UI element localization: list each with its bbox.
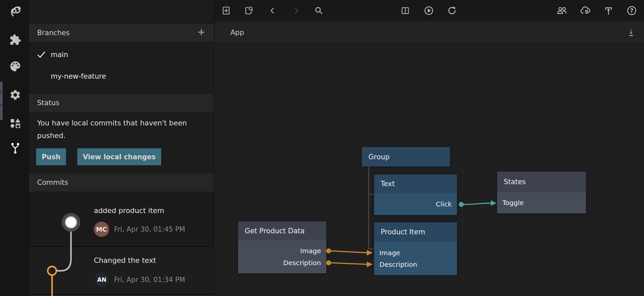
commit-message: added product item [94,206,164,215]
input-port-toggle[interactable]: Toggle [497,199,586,207]
view-local-changes-button[interactable]: View local changes [77,148,161,165]
node-text[interactable]: Text Click [374,175,457,215]
hierarchy-line [369,167,373,249]
commits-title: Commits [37,179,68,186]
node-states[interactable]: States Toggle [497,172,586,213]
wire-image [326,249,373,256]
wire-description [326,260,373,267]
commit-message: Changed the text [94,256,156,264]
styles-palette-icon[interactable] [8,59,23,74]
background-window-edge: t o [0,82,3,120]
node-product-item[interactable]: Product Item Image Description [374,222,457,275]
add-branch-button[interactable] [197,28,206,38]
component-breadcrumb-bar: App [215,22,644,43]
wire-click-toggle [459,200,497,207]
branch-row-main[interactable]: main [29,46,214,64]
version-control-icon[interactable] [8,140,23,155]
input-port-description[interactable]: Description [374,259,457,270]
commit-date: Fri, Apr 30, 01:34 PM [114,276,185,284]
commits-section-header: Commits [29,173,214,192]
commit-date: Fri, Apr 30, 01:45 PM [114,225,185,233]
marketplace-icon[interactable] [8,116,23,130]
node-title: States [497,172,586,192]
commit-row[interactable] [29,191,214,246]
preview-play-icon[interactable] [423,5,435,17]
noodl-logo[interactable] [8,4,23,19]
check-placeholder [37,72,47,81]
node-group[interactable]: Group [362,147,450,167]
nav-back-icon[interactable] [267,5,279,17]
nav-forward-icon[interactable] [290,5,302,17]
help-icon[interactable]: ? [626,5,638,17]
node-canvas-column: ? App Group Text Click [215,0,644,296]
status-message: You have local commits that haven't been… [37,117,200,142]
avatar: AN [95,273,109,287]
canvas-toolbar: ? [215,0,644,22]
split-view-icon[interactable] [399,5,411,17]
download-icon[interactable] [625,27,637,38]
deploy-icon[interactable] [603,5,614,17]
add-node-icon[interactable] [220,5,232,17]
breadcrumb-app[interactable]: App [230,22,244,43]
cloud-services-icon[interactable] [579,5,591,17]
plus-icon [197,28,206,37]
node-title: Get Product Data [238,221,326,240]
output-port-click[interactable]: Click [374,200,457,208]
branches-title: Branches [37,29,70,37]
search-icon[interactable] [313,5,325,17]
activity-sidebar [0,0,29,296]
status-section-header: Status [29,93,214,112]
collaborators-icon[interactable] [556,5,568,17]
branches-section-header: Branches [29,23,214,42]
input-port-image[interactable]: Image [374,247,457,259]
status-title: Status [37,99,59,107]
commit-row-partial[interactable] [29,294,214,296]
svg-text:?: ? [630,7,633,14]
node-title: Group [362,147,450,167]
node-title: Product Item [374,222,457,242]
branch-name: my-new-feature [51,72,106,80]
output-port-description[interactable]: Description [238,257,326,269]
branch-name: main [51,51,68,59]
check-icon [37,50,47,59]
noodl-editor-window: t o Branches main my-new-feat [0,0,644,296]
version-control-panel: Branches main my-new-feature Status [29,0,215,296]
commit-row[interactable] [29,246,214,294]
node-get-product-data[interactable]: Get Product Data Image Description [238,221,326,273]
push-button[interactable]: Push [36,148,66,165]
component-search-icon[interactable] [243,5,255,17]
components-icon[interactable] [8,33,23,47]
settings-gear-icon[interactable] [8,88,23,102]
avatar: MC [94,222,109,237]
output-port-image[interactable]: Image [238,245,326,257]
refresh-icon[interactable] [446,5,458,17]
branch-row-my-new-feature[interactable]: my-new-feature [29,67,214,85]
node-title: Text [374,175,457,193]
